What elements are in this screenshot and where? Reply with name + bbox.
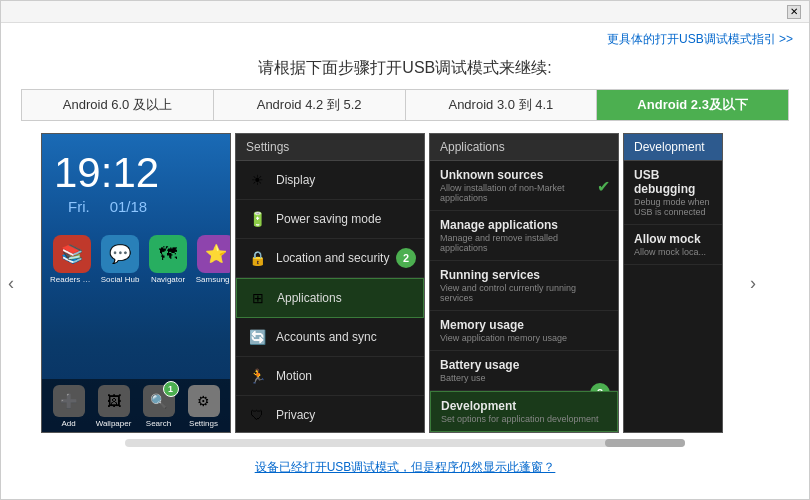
tab-bar: Android 6.0 及以上 Android 4.2 到 5.2 Androi…: [21, 89, 789, 121]
settings-item-applications: ⊞ Applications: [236, 278, 424, 318]
add-label: Add: [47, 419, 91, 428]
running-title: Running services: [440, 268, 608, 282]
prev-arrow[interactable]: ‹: [1, 273, 21, 294]
samsung-label: Samsung...: [194, 275, 231, 284]
home-time: 19:12: [42, 134, 230, 194]
applications-icon: ⊞: [247, 287, 269, 309]
step2-badge: 2: [396, 248, 416, 268]
settings-icon: ⚙: [188, 385, 220, 417]
phone-screen-settings: Settings ☀ Display 🔋 Power saving mode 🔒…: [235, 133, 425, 433]
power-icon: 🔋: [246, 208, 268, 230]
main-window: ✕ 更具体的打开USB调试模式指引 >> 请根据下面步骤打开USB调试模式来继续…: [0, 0, 810, 500]
top-link[interactable]: 更具体的打开USB调试模式指引 >>: [607, 32, 793, 46]
settings-item-accounts: 🔄 Accounts and sync: [236, 318, 424, 357]
bottom-link[interactable]: 设备已经打开USB调试模式，但是程序仍然显示此蓬窗？: [255, 460, 556, 474]
home-icon-navigator: 🗺 Navigator: [146, 235, 190, 284]
allow-mock-subtitle: Allow mock loca...: [634, 247, 712, 257]
settings-item-privacy: 🛡 Privacy: [236, 396, 424, 433]
readers-icon: 📚: [53, 235, 91, 273]
battery-title: Battery usage: [440, 358, 608, 372]
scrollbar-area: [1, 439, 809, 447]
settings-item-power: 🔋 Power saving mode: [236, 200, 424, 239]
next-arrow[interactable]: ›: [743, 273, 763, 294]
unknown-sources-title: Unknown sources: [440, 168, 608, 182]
settings-item-display: ☀ Display: [236, 161, 424, 200]
socialhub-label: Social Hub: [98, 275, 142, 284]
memory-title: Memory usage: [440, 318, 608, 332]
top-link-area: 更具体的打开USB调试模式指引 >>: [1, 23, 809, 50]
search-icon: 🔍 1: [143, 385, 175, 417]
apps-item-unknown-sources: Unknown sources Allow installation of no…: [430, 161, 618, 211]
privacy-icon: 🛡: [246, 404, 268, 426]
apps-item-samsung-apps: Samsung Apps Set notification for new ap…: [430, 432, 618, 433]
apps-item-development: Development Set options for application …: [430, 391, 618, 432]
tab-android23[interactable]: Android 2.3及以下: [597, 90, 788, 120]
wallpaper-label: Wallpaper: [92, 419, 136, 428]
home-top-icons: 📚 Readers H... 💬 Social Hub 🗺 Navigator …: [42, 215, 230, 284]
navigator-label: Navigator: [146, 275, 190, 284]
allow-mock-title: Allow mock: [634, 232, 712, 246]
unknown-sources-subtitle: Allow installation of non-Market applica…: [440, 183, 608, 203]
apps-item-manage: Manage applications Manage and remove in…: [430, 211, 618, 261]
bottom-icon-wallpaper: 🖼 Wallpaper: [96, 385, 132, 428]
power-label: Power saving mode: [276, 212, 381, 226]
display-label: Display: [276, 173, 315, 187]
readers-label: Readers H...: [50, 275, 94, 284]
wallpaper-icon: 🖼: [98, 385, 130, 417]
home-bottom-bar: ➕ Add 🖼 Wallpaper 🔍 1 Search: [42, 379, 230, 432]
step1-badge: 1: [163, 381, 179, 397]
screens-container: 19:12 Fri. 01/18 📚 Readers H... 💬 Social…: [41, 133, 723, 433]
battery-subtitle: Battery use: [440, 373, 608, 383]
manage-subtitle: Manage and remove installed applications: [440, 233, 608, 253]
accounts-label: Accounts and sync: [276, 330, 377, 344]
search-label: Search: [137, 419, 181, 428]
privacy-label: Privacy: [276, 408, 315, 422]
scrollbar-thumb[interactable]: [605, 439, 685, 447]
display-icon: ☀: [246, 169, 268, 191]
development-subtitle: Set options for application development: [441, 414, 607, 424]
bottom-link-area: 设备已经打开USB调试模式，但是程序仍然显示此蓬窗？: [1, 451, 809, 476]
navigator-icon: 🗺: [149, 235, 187, 273]
dev-item-usb: USB debugging Debug mode when USB is con…: [624, 161, 722, 225]
accounts-icon: 🔄: [246, 326, 268, 348]
bottom-icon-add: ➕ Add: [51, 385, 87, 428]
main-title: 请根据下面步骤打开USB调试模式来继续:: [1, 50, 809, 89]
usb-debug-title: USB debugging: [634, 168, 712, 196]
memory-subtitle: View application memory usage: [440, 333, 608, 343]
development-title: Development: [441, 399, 607, 413]
scrollbar-track[interactable]: [125, 439, 685, 447]
applications-label: Applications: [277, 291, 342, 305]
bottom-icon-settings: ⚙ Settings: [186, 385, 222, 428]
tab-android42[interactable]: Android 4.2 到 5.2: [214, 90, 406, 120]
tab-android30[interactable]: Android 3.0 到 4.1: [406, 90, 598, 120]
home-icon-samsung: ⭐ Samsung...: [194, 235, 231, 284]
samsung-icon: ⭐: [197, 235, 231, 273]
settings-label: Settings: [182, 419, 226, 428]
home-day: Fri.: [54, 194, 90, 215]
settings-item-motion: 🏃 Motion: [236, 357, 424, 396]
manage-title: Manage applications: [440, 218, 608, 232]
apps-item-memory: Memory usage View application memory usa…: [430, 311, 618, 351]
socialhub-icon: 💬: [101, 235, 139, 273]
home-date: 01/18: [96, 194, 148, 215]
dev-item-mock: Allow mock Allow mock loca...: [624, 225, 722, 265]
phone-screen-home: 19:12 Fri. 01/18 📚 Readers H... 💬 Social…: [41, 133, 231, 433]
dev-header: Development: [624, 134, 722, 161]
screenshots-area: ‹ 19:12 Fri. 01/18 📚 Readers H... 💬 Soci…: [1, 133, 809, 433]
title-bar: ✕: [1, 1, 809, 23]
tab-android6[interactable]: Android 6.0 及以上: [22, 90, 214, 120]
settings-header: Settings: [236, 134, 424, 161]
add-icon: ➕: [53, 385, 85, 417]
apps-item-running: Running services View and control curren…: [430, 261, 618, 311]
settings-item-location: 🔒 Location and security 2: [236, 239, 424, 278]
home-bottom-icons: ➕ Add 🖼 Wallpaper 🔍 1 Search: [46, 385, 226, 428]
location-icon: 🔒: [246, 247, 268, 269]
motion-label: Motion: [276, 369, 312, 383]
phone-screen-dev: Development USB debugging Debug mode whe…: [623, 133, 723, 433]
apps-header: Applications: [430, 134, 618, 161]
close-button[interactable]: ✕: [787, 5, 801, 19]
running-subtitle: View and control currently running servi…: [440, 283, 608, 303]
apps-item-battery: Battery usage Battery use 3: [430, 351, 618, 391]
check-icon: ✔: [597, 176, 610, 195]
location-label: Location and security: [276, 251, 389, 265]
